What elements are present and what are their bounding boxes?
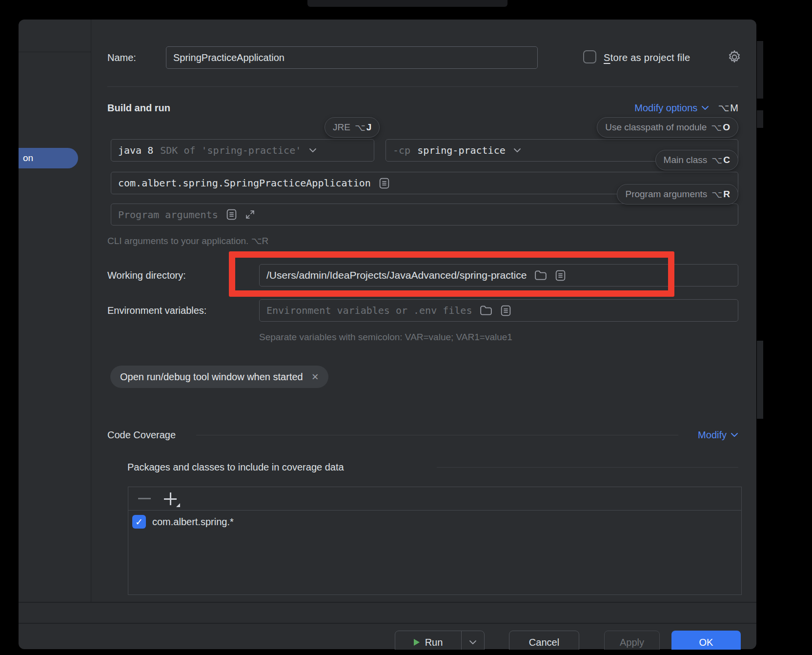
jre-select[interactable]: java 8 SDK of 'spring-practice' bbox=[111, 139, 374, 162]
run-play-icon bbox=[414, 639, 420, 646]
sidebar-separator bbox=[91, 20, 91, 602]
section-separator bbox=[107, 86, 738, 87]
environment-variables-input[interactable]: Environment variables or .env files bbox=[259, 299, 738, 322]
coverage-subtitle-separator bbox=[437, 467, 738, 468]
program-arguments-hint-key: R bbox=[723, 189, 730, 200]
classpath-value: spring-practice bbox=[417, 144, 506, 156]
open-tool-window-tag-label: Open run/debug tool window when started bbox=[120, 371, 303, 383]
checkbox-checked-icon[interactable]: ✓ bbox=[132, 515, 146, 529]
ok-button-label: OK bbox=[699, 637, 713, 648]
environment-variables-label: Environment variables: bbox=[107, 299, 206, 322]
folder-icon[interactable] bbox=[480, 305, 492, 316]
expand-icon[interactable] bbox=[245, 209, 255, 220]
background-artifact bbox=[757, 341, 763, 419]
browse-list-icon[interactable] bbox=[500, 305, 511, 317]
jre-hint-key: J bbox=[366, 122, 372, 133]
classpath-prefix: -cp bbox=[393, 144, 410, 156]
coverage-row-label: com.albert.spring.* bbox=[152, 516, 234, 528]
screen-bottom-edge bbox=[0, 650, 812, 655]
name-label: Name: bbox=[107, 46, 136, 69]
main-class-value: com.albert.spring.SpringPracticeApplicat… bbox=[118, 177, 371, 189]
program-arguments-hint-label: Program arguments bbox=[625, 189, 707, 200]
background-artifact bbox=[757, 41, 763, 99]
store-rest: tore as project file bbox=[610, 52, 690, 63]
browse-list-icon[interactable] bbox=[379, 177, 390, 189]
chevron-down-icon bbox=[701, 105, 709, 110]
modify-options-link[interactable]: Modify options ⌥ M bbox=[634, 98, 738, 118]
modify-options-label: Modify options bbox=[634, 102, 697, 114]
working-directory-label: Working directory: bbox=[107, 264, 186, 287]
button-bar-separator bbox=[19, 623, 756, 624]
run-button-main[interactable]: Run bbox=[395, 637, 461, 648]
coverage-modify-label: Modify bbox=[698, 430, 727, 441]
main-class-hint-key: C bbox=[723, 155, 730, 165]
jre-hint-label: JRE bbox=[333, 122, 350, 133]
option-key-icon: ⌥ bbox=[711, 122, 722, 133]
code-coverage-separator bbox=[196, 435, 678, 435]
environment-variables-placeholder: Environment variables or .env files bbox=[266, 305, 472, 316]
folder-icon[interactable] bbox=[534, 270, 547, 281]
option-key-icon: ⌥ bbox=[711, 189, 722, 200]
store-mnemonic: S bbox=[604, 52, 610, 63]
environment-variables-hint: Separate variables with semicolon: VAR=v… bbox=[259, 332, 512, 343]
screen: on Name: SpringPracticeApplication Store… bbox=[0, 0, 812, 655]
add-icon[interactable] bbox=[163, 492, 177, 506]
coverage-row[interactable]: ✓ com.albert.spring.* bbox=[128, 511, 741, 529]
gear-icon[interactable] bbox=[726, 49, 743, 67]
background-window-artifact bbox=[307, 0, 508, 7]
browse-list-icon[interactable] bbox=[555, 269, 566, 282]
build-and-run-title: Build and run bbox=[107, 98, 170, 118]
modify-options-shortcut-mod: ⌥ bbox=[718, 102, 729, 114]
working-directory-value: /Users/admin/IdeaProjects/JavaAdvanced/s… bbox=[266, 269, 527, 281]
classpath-hint-key: O bbox=[723, 122, 730, 133]
run-options-button[interactable] bbox=[462, 640, 484, 645]
chevron-down-icon bbox=[513, 148, 521, 153]
background-artifact bbox=[757, 110, 763, 128]
chevron-down-icon bbox=[731, 432, 738, 437]
sidebar-item-label: on bbox=[23, 153, 33, 164]
jre-value: java 8 bbox=[118, 144, 153, 156]
jre-detail: SDK of 'spring-practice' bbox=[160, 144, 301, 156]
close-icon[interactable]: × bbox=[312, 371, 319, 383]
coverage-table-toolbar bbox=[128, 487, 741, 511]
coverage-table: ✓ com.albert.spring.* bbox=[128, 487, 742, 595]
sidebar-toolbar-separator bbox=[19, 52, 91, 52]
program-arguments-hint-badge: Program arguments ⌥ R bbox=[617, 184, 738, 205]
open-tool-window-tag[interactable]: Open run/debug tool window when started … bbox=[110, 366, 328, 388]
cancel-button-label: Cancel bbox=[529, 637, 559, 648]
cli-hint: CLI arguments to your application. ⌥R bbox=[107, 235, 268, 246]
chevron-down-icon bbox=[309, 148, 317, 153]
sidebar-item-selected[interactable]: on bbox=[19, 148, 78, 168]
program-arguments-placeholder: Program arguments bbox=[118, 209, 218, 221]
name-value: SpringPracticeApplication bbox=[173, 52, 284, 63]
modify-options-shortcut-key: M bbox=[730, 102, 738, 114]
name-input[interactable]: SpringPracticeApplication bbox=[166, 46, 538, 69]
coverage-subtitle: Packages and classes to include in cover… bbox=[127, 457, 344, 477]
main-class-hint-badge: Main class ⌥ C bbox=[655, 150, 738, 170]
program-arguments-input[interactable]: Program arguments bbox=[111, 204, 738, 225]
store-as-project-label[interactable]: Store as project file bbox=[604, 46, 690, 69]
option-key-icon: ⌥ bbox=[355, 122, 365, 133]
coverage-modify-link[interactable]: Modify bbox=[698, 425, 738, 445]
jre-hint-badge: JRE ⌥ J bbox=[325, 117, 380, 138]
classpath-hint-badge: Use classpath of module ⌥ O bbox=[597, 117, 738, 138]
apply-button-label: Apply bbox=[620, 637, 644, 648]
browse-list-icon[interactable] bbox=[226, 208, 237, 221]
check-icon: ✓ bbox=[135, 516, 143, 528]
remove-icon[interactable] bbox=[138, 498, 151, 499]
store-as-project-checkbox[interactable] bbox=[583, 50, 596, 63]
classpath-hint-label: Use classpath of module bbox=[605, 122, 707, 133]
content-bottom-separator bbox=[19, 602, 756, 603]
option-key-icon: ⌥ bbox=[711, 155, 722, 166]
code-coverage-title: Code Coverage bbox=[107, 425, 176, 445]
main-class-hint-label: Main class bbox=[664, 155, 708, 165]
working-directory-input[interactable]: /Users/admin/IdeaProjects/JavaAdvanced/s… bbox=[259, 264, 738, 287]
run-button-label: Run bbox=[425, 637, 443, 648]
